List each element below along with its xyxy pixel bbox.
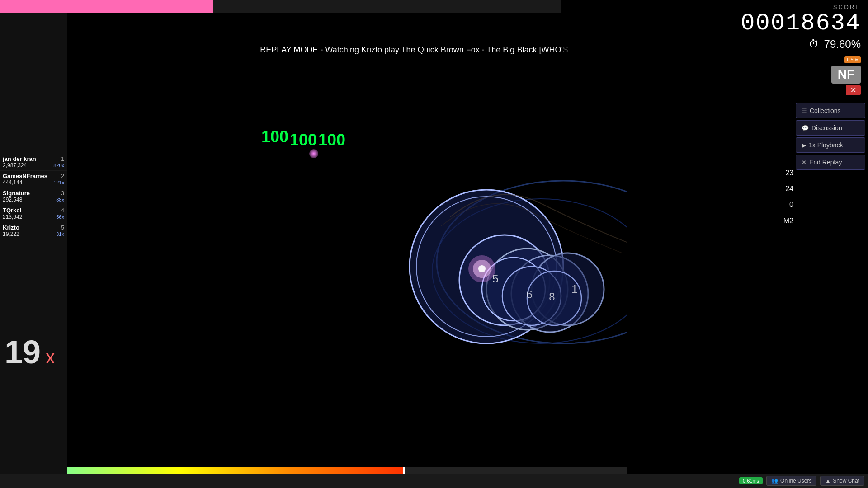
svg-text:1: 1 bbox=[571, 283, 577, 295]
lb-score: 2,987,324 bbox=[3, 162, 27, 169]
mod-rate-badge: 0.50x bbox=[844, 56, 861, 63]
right-number-0: 0 bbox=[783, 197, 793, 212]
timeline-marker bbox=[403, 467, 405, 474]
online-users-button[interactable]: 👥 Online Users bbox=[766, 476, 816, 486]
accuracy-row: ⏱ 79.60% bbox=[568, 38, 861, 51]
lb-combo: 56x bbox=[56, 214, 64, 220]
lb-name: Signature bbox=[3, 190, 30, 197]
right-number-24: 24 bbox=[783, 181, 793, 197]
right-numbers: 23 24 0 M2 bbox=[783, 165, 793, 229]
lb-score: 444,144 bbox=[3, 179, 22, 186]
hit-score-3: 100 bbox=[318, 131, 345, 150]
lb-combo: 31x bbox=[56, 231, 64, 237]
lb-name: GamesNFrames bbox=[3, 173, 47, 179]
discussion-button[interactable]: 💬 Discussion bbox=[796, 120, 865, 136]
progress-bar-fill bbox=[0, 0, 213, 13]
lb-score: 292,548 bbox=[3, 197, 22, 203]
hit-score-1: 100 bbox=[261, 127, 288, 146]
show-chat-label: Show Chat bbox=[833, 478, 859, 484]
end-replay-icon: ✕ bbox=[802, 159, 807, 166]
right-buttons-panel: ☰ Collections 💬 Discussion ▶ 1x Playback… bbox=[796, 103, 868, 170]
timeline-fill bbox=[67, 467, 403, 474]
show-chat-icon: ▲ bbox=[825, 478, 830, 484]
score-label: SCORE bbox=[568, 4, 861, 10]
end-replay-button[interactable]: ✕ End Replay bbox=[796, 155, 865, 170]
lb-combo: 88x bbox=[56, 197, 64, 202]
right-number-m2: M2 bbox=[783, 213, 793, 229]
lb-combo: 121x bbox=[53, 180, 64, 185]
leaderboard-entry: TQrkel 4 213,642 56x bbox=[0, 205, 67, 222]
lb-rank: 2 bbox=[61, 173, 64, 179]
right-number-23: 23 bbox=[783, 165, 793, 181]
leaderboard-entry: Krizto 5 19,222 31x bbox=[0, 222, 67, 239]
replay-mode-text: REPLAY MODE - Watching Krizto play The Q… bbox=[134, 45, 627, 55]
timeline[interactable] bbox=[67, 467, 627, 474]
combo-display: 19 x bbox=[5, 333, 55, 371]
discussion-label: Discussion bbox=[811, 124, 842, 131]
cursor-glow bbox=[309, 149, 318, 158]
lb-score: 19,222 bbox=[3, 231, 19, 237]
end-replay-label: End Replay bbox=[809, 159, 842, 166]
clock-icon: ⏱ bbox=[809, 38, 819, 50]
leaderboard-entry: Signature 3 292,548 88x bbox=[0, 188, 67, 205]
svg-text:6: 6 bbox=[526, 288, 532, 300]
lb-name: jan der kran bbox=[3, 155, 36, 162]
leaderboard: jan der kran 1 2,987,324 820x GamesNFram… bbox=[0, 154, 67, 239]
hit-score-2: 100 bbox=[290, 131, 317, 150]
collections-icon: ☰ bbox=[802, 108, 807, 114]
lb-name: TQrkel bbox=[3, 207, 21, 214]
nf-badge: NF bbox=[831, 66, 861, 84]
svg-text:5: 5 bbox=[492, 272, 498, 285]
collections-button[interactable]: ☰ Collections bbox=[796, 103, 865, 118]
svg-point-13 bbox=[478, 265, 486, 272]
discussion-icon: 💬 bbox=[802, 125, 809, 131]
online-users-label: Online Users bbox=[780, 478, 811, 484]
combo-x: x bbox=[41, 347, 55, 367]
lb-combo: 820x bbox=[53, 163, 64, 168]
circles-svg: 5 6 8 1 bbox=[134, 0, 627, 374]
svg-text:8: 8 bbox=[549, 291, 555, 303]
online-users-icon: 👥 bbox=[771, 478, 778, 484]
playback-label: 1x Playback bbox=[809, 141, 843, 149]
show-chat-button[interactable]: ▲ Show Chat bbox=[820, 476, 864, 486]
score-value: 00018634 bbox=[568, 10, 861, 36]
lb-rank: 3 bbox=[61, 190, 64, 197]
game-area: REPLAY MODE - Watching Krizto play The Q… bbox=[67, 0, 627, 374]
leaderboard-entry: GamesNFrames 2 444,144 121x bbox=[0, 171, 67, 188]
leaderboard-entry: jan der kran 1 2,987,324 820x bbox=[0, 154, 67, 171]
sidebar bbox=[0, 0, 67, 488]
accuracy-value: 79.60% bbox=[824, 38, 861, 51]
lb-name: Krizto bbox=[3, 224, 19, 231]
lb-rank: 4 bbox=[61, 207, 64, 214]
nf-close-button[interactable]: ✕ bbox=[846, 85, 861, 95]
lb-score: 213,642 bbox=[3, 214, 22, 220]
collections-label: Collections bbox=[810, 107, 840, 114]
combo-value: 19 bbox=[5, 334, 41, 370]
score-panel: SCORE 00018634 ⏱ 79.60% bbox=[561, 0, 868, 104]
status-bar: 0.61ms 👥 Online Users ▲ Show Chat bbox=[0, 474, 868, 488]
playback-button[interactable]: ▶ 1x Playback bbox=[796, 137, 865, 153]
lb-rank: 1 bbox=[61, 156, 64, 162]
ping-badge: 0.61ms bbox=[739, 477, 763, 484]
progress-bar-container bbox=[0, 0, 561, 13]
lb-rank: 5 bbox=[61, 225, 64, 231]
playback-icon: ▶ bbox=[802, 142, 806, 149]
